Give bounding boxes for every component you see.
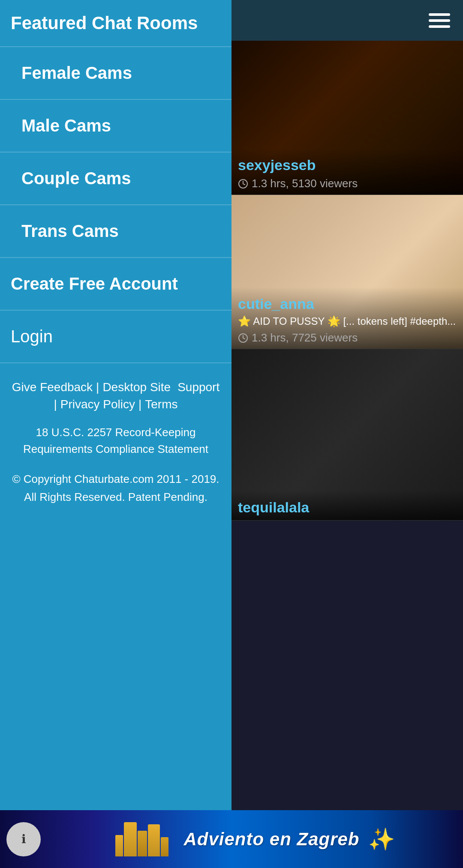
desktop-site-link[interactable]: Desktop Site [102,380,171,394]
ad-sparkle-icon: ✨ [368,827,395,852]
footer-links: Give Feedback | Desktop Site Support | P… [11,380,221,411]
sidebar-item-trans-cams[interactable]: Trans Cams [0,205,232,258]
ad-banner[interactable]: ℹ Adviento en Zagreb ✨ [0,810,463,868]
sidebar-label-couple-cams: Couple Cams [21,169,131,188]
cam-duration-2: 1.3 hrs, 7725 viewers [252,331,358,344]
hamburger-menu-button[interactable] [429,13,450,28]
sidebar-label-trans-cams: Trans Cams [21,221,119,240]
hamburger-line-2 [429,19,450,22]
sidebar-header: Featured Chat Rooms [0,0,232,47]
cam-duration-1: 1.3 hrs, 5130 viewers [252,177,358,190]
login-label: Login [11,327,53,346]
cam-card-sexyjesseb[interactable]: sexyjesseb 1.3 hrs, 5130 viewers [232,41,463,195]
ad-visual: Adviento en Zagreb ✨ [47,822,463,856]
cam-card-cutie-anna[interactable]: cutie_anna ⭐ AID TO PUSSY 🌟 [... tokens … [232,195,463,349]
main-content: sexyjesseb 1.3 hrs, 5130 viewers cutie_a… [232,0,463,868]
sidebar-label-female-cams: Female Cams [21,63,132,82]
clock-icon-1 [238,179,248,189]
support-link[interactable]: Support [177,380,219,394]
cam-username-1: sexyjesseb [238,157,457,174]
clock-icon-2 [238,333,248,343]
cam-overlay-1: sexyjesseb 1.3 hrs, 5130 viewers [232,148,463,195]
sidebar: Featured Chat Rooms Female Cams Male Cam… [0,0,232,868]
terms-link[interactable]: Terms [145,398,177,411]
footer-copyright-text: © Copyright Chaturbate.com 2011 - 2019. … [11,470,221,506]
ad-info-icon: ℹ [6,822,41,856]
cam-username-3: tequilalala [238,499,457,516]
sidebar-item-couple-cams[interactable]: Couple Cams [0,153,232,205]
give-feedback-link[interactable]: Give Feedback [12,380,93,394]
privacy-policy-link[interactable]: Privacy Policy [60,398,135,411]
create-account-button[interactable]: Create Free Account [0,258,232,311]
sidebar-item-female-cams[interactable]: Female Cams [0,47,232,100]
create-account-label: Create Free Account [11,274,178,293]
hamburger-line-3 [429,25,450,28]
separator-3: | [138,398,141,411]
footer-legal-text: 18 U.S.C. 2257 Record-Keeping Requiremen… [11,424,221,458]
cam-card-tequilalala[interactable]: tequilalala [232,349,463,521]
cam-info-row-2: 1.3 hrs, 7725 viewers [238,331,457,344]
ad-text: Adviento en Zagreb [183,829,359,850]
cam-username-2: cutie_anna [238,296,457,312]
cam-description-2: ⭐ AID TO PUSSY 🌟 [... tokens left] #deep… [238,314,457,328]
login-button[interactable]: Login [0,311,232,363]
sidebar-item-male-cams[interactable]: Male Cams [0,100,232,153]
top-bar [232,0,463,41]
sidebar-title: Featured Chat Rooms [11,13,198,33]
separator-2: | [54,398,57,411]
sidebar-footer: Give Feedback | Desktop Site Support | P… [0,363,232,868]
cam-overlay-3: tequilalala [232,491,463,520]
cam-overlay-2: cutie_anna ⭐ AID TO PUSSY 🌟 [... tokens … [232,287,463,349]
hamburger-line-1 [429,13,450,16]
cam-info-row-1: 1.3 hrs, 5130 viewers [238,177,457,190]
separator-1: | [96,380,99,394]
sidebar-label-male-cams: Male Cams [21,116,111,135]
